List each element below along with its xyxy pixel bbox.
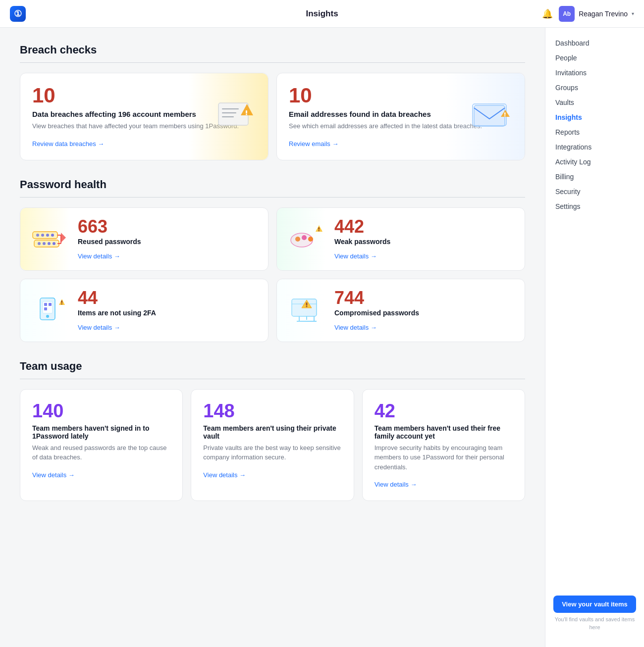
ph-divider: [20, 197, 525, 198]
svg-point-6: [246, 114, 247, 115]
compromised-count: 744: [334, 289, 515, 307]
tu-link-1[interactable]: View details →: [32, 471, 75, 479]
sidebar-nav: Dashboard People Invitations Groups Vaul…: [545, 36, 644, 588]
breach-checks-section: Breach checks 10 Data breaches affecting…: [20, 44, 525, 160]
ph-card-2fa: 44 Items are not using 2FA View details …: [20, 279, 268, 342]
2fa-count: 44: [78, 289, 258, 307]
tu-card-family: 42 Team members haven't used their free …: [362, 389, 525, 501]
breach-checks-title: Breach checks: [20, 44, 525, 56]
svg-rect-5: [246, 110, 247, 113]
ph-content-1: 663 Reused passwords View details →: [78, 218, 258, 260]
user-name: Reagan Trevino: [579, 10, 628, 18]
ph-content-4: 744 Compromised passwords View details →: [334, 289, 515, 332]
tu-desc-3: Improve security habits by encouraging t…: [375, 443, 513, 472]
ph-card-weak: 442 Weak passwords View details →: [276, 207, 525, 271]
tu-card-signin: 140 Team members haven't signed in to 1P…: [20, 389, 183, 501]
sidebar-item-invitations[interactable]: Invitations: [545, 65, 644, 80]
chevron-down-icon: ▾: [632, 11, 634, 16]
sidebar-item-groups[interactable]: Groups: [545, 80, 644, 95]
sidebar-item-billing[interactable]: Billing: [545, 169, 644, 184]
ph-content-2: 442 Weak passwords View details →: [334, 218, 515, 260]
ph-card-reused: 663 Reused passwords View details →: [20, 207, 268, 271]
ph-cards-grid: 663 Reused passwords View details →: [20, 207, 525, 342]
sidebar-item-vaults[interactable]: Vaults: [545, 95, 644, 110]
tu-desc-2: Private vaults are the best way to keep …: [203, 443, 341, 462]
sidebar-item-people[interactable]: People: [545, 50, 644, 65]
team-usage-grid: 140 Team members haven't signed in to 1P…: [20, 389, 525, 501]
breach-divider: [20, 62, 525, 63]
sidebar-item-integrations[interactable]: Integrations: [545, 140, 644, 154]
ph-content-3: 44 Items are not using 2FA View details …: [78, 289, 258, 332]
page-title: Insights: [306, 9, 338, 19]
password-health-title: Password health: [20, 178, 525, 191]
tu-title-1: Team members haven't signed in to 1Passw…: [32, 424, 170, 440]
tu-card-vault: 148 Team members aren't using their priv…: [191, 389, 354, 501]
sidebar: Dashboard People Invitations Groups Vaul…: [545, 28, 644, 647]
tu-title-2: Team members aren't using their private …: [203, 424, 341, 440]
tu-link-2[interactable]: View details →: [203, 471, 246, 479]
reused-link[interactable]: View details →: [78, 252, 120, 260]
weak-count: 442: [334, 218, 515, 236]
svg-point-11: [504, 115, 506, 117]
ph-bg-4: [277, 279, 326, 342]
ph-bg-2: [277, 208, 326, 270]
tu-count-2: 148: [203, 401, 341, 420]
sidebar-item-insights[interactable]: Insights: [545, 110, 644, 125]
compromised-title: Compromised passwords: [334, 309, 515, 317]
team-usage-section: Team usage 140 Team members haven't sign…: [20, 360, 525, 501]
compromised-link[interactable]: View details →: [334, 324, 377, 331]
tu-link-3[interactable]: View details →: [375, 481, 417, 488]
notification-bell-icon[interactable]: 🔔: [542, 8, 553, 19]
breach-link-2[interactable]: Review emails →: [289, 140, 338, 148]
logo-icon: ①: [10, 6, 26, 22]
tu-count-3: 42: [375, 401, 513, 420]
breach-cards-grid: 10 Data breaches affecting 196 account m…: [20, 73, 525, 160]
breach-link-1[interactable]: Review data breaches →: [32, 140, 104, 148]
breach-card-2: 10 Email addresses found in data breache…: [276, 73, 525, 160]
reused-title: Reused passwords: [78, 238, 258, 246]
tu-desc-1: Weak and reused passwords are the top ca…: [32, 443, 170, 462]
sidebar-item-reports[interactable]: Reports: [545, 125, 644, 140]
breach-card-1: 10 Data breaches affecting 196 account m…: [20, 73, 268, 160]
breach-icon-1: [214, 93, 258, 140]
team-usage-title: Team usage: [20, 360, 525, 373]
tu-divider: [20, 379, 525, 379]
sidebar-item-security[interactable]: Security: [545, 184, 644, 199]
cta-hint: You'll find vaults and saved items here: [553, 616, 636, 631]
main-content: Breach checks 10 Data breaches affecting…: [0, 28, 545, 647]
ph-card-compromised: 744 Compromised passwords View details →: [276, 279, 525, 342]
vault-cta-area: View your vault items You'll find vaults…: [553, 596, 636, 631]
logo[interactable]: ①: [10, 6, 26, 22]
app-header: ① Insights 🔔 Ab Reagan Trevino ▾: [0, 0, 644, 28]
2fa-link[interactable]: View details →: [78, 324, 120, 331]
sidebar-item-settings[interactable]: Settings: [545, 199, 644, 214]
ph-bg-1: [20, 208, 70, 270]
header-right: 🔔 Ab Reagan Trevino ▾: [542, 6, 634, 22]
reused-count: 663: [78, 218, 258, 236]
2fa-title: Items are not using 2FA: [78, 309, 258, 317]
user-menu[interactable]: Ab Reagan Trevino ▾: [559, 6, 634, 22]
avatar: Ab: [559, 6, 575, 22]
weak-link[interactable]: View details →: [334, 252, 377, 260]
tu-count-1: 140: [32, 401, 170, 420]
tu-title-3: Team members haven't used their free fam…: [375, 424, 513, 440]
svg-rect-10: [504, 112, 506, 115]
breach-icon-2: [470, 93, 515, 140]
view-vault-items-button[interactable]: View your vault items: [553, 596, 636, 613]
svg-rect-7: [474, 105, 505, 126]
ph-bg-3: [20, 279, 70, 342]
password-health-section: Password health: [20, 178, 525, 342]
weak-title: Weak passwords: [334, 238, 515, 246]
sidebar-item-dashboard[interactable]: Dashboard: [545, 36, 644, 50]
sidebar-item-activity-log[interactable]: Activity Log: [545, 154, 644, 169]
